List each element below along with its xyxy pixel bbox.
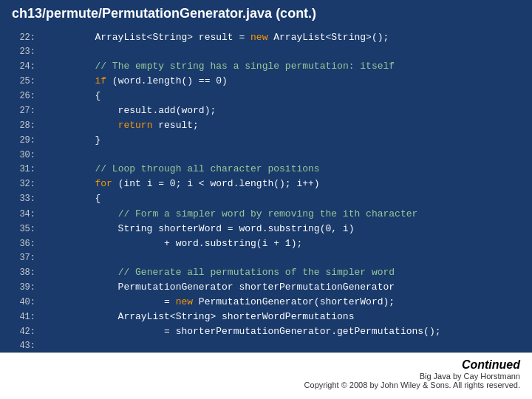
line-number: 36: [12,237,35,251]
code-line: 22: ArrayList<String> result = new Array… [12,30,520,45]
line-code: ArrayList<String> shorterWordPermutation… [49,310,354,324]
code-line: 29: } [12,133,520,148]
line-code: String shorterWord = word.substring(0, i… [49,222,354,236]
code-line: 31: // Loop through all character positi… [12,162,520,177]
code-line: 42: = shorterPermutationGenerator.getPer… [12,324,520,339]
code-line: 26: { [12,89,520,103]
line-number: 24: [12,60,35,74]
line-number: 31: [12,163,35,177]
code-line: 36: + word.substring(i + 1); [12,236,520,251]
line-number: 30: [12,149,35,163]
line-number: 27: [12,104,35,118]
code-line: 30: [12,149,520,163]
code-line: 41: ArrayList<String> shorterWordPermuta… [12,310,520,324]
line-code: // Form a simpler word by removing the i… [49,207,417,222]
header: ch13/permute/PermutationGenerator.java (… [0,0,532,27]
line-code: result.add(word); [49,103,216,118]
code-content: 22: ArrayList<String> result = new Array… [0,27,532,352]
line-number: 37: [12,251,35,265]
code-line: 34: // Form a simpler word by removing t… [12,207,520,222]
line-number: 38: [12,266,35,280]
code-line: 25: if (word.length() == 0) [12,74,520,89]
code-block: 22: ArrayList<String> result = new Array… [12,30,520,353]
big-java-label: Big Java by Cay Horstmann [420,372,520,381]
line-code: ArrayList<String> result = new ArrayList… [49,30,389,45]
code-line: 24: // The empty string has a single per… [12,59,520,74]
line-number: 32: [12,177,35,191]
line-number: 25: [12,75,35,89]
line-number: 35: [12,222,35,236]
page-title: ch13/permute/PermutationGenerator.java (… [12,6,316,21]
line-number: 28: [12,119,35,133]
line-code: return result; [49,118,199,133]
code-line: 33: { [12,191,520,206]
code-line: 40: = new PermutationGenerator(shorterWo… [12,295,520,310]
line-number: 34: [12,208,35,222]
line-code: { [49,89,100,103]
line-code: + word.substring(i + 1); [49,236,302,251]
line-number: 39: [12,281,35,295]
line-code: { [49,191,100,206]
code-line: 43: [12,339,520,353]
code-line: 38: // Generate all permutations of the … [12,265,520,280]
code-line: 32: for (int i = 0; i < word.length(); i… [12,177,520,191]
line-number: 29: [12,134,35,148]
line-number: 42: [12,325,35,339]
line-code: if (word.length() == 0) [49,74,228,89]
code-line: 23: [12,45,520,59]
line-code: // Generate all permutations of the simp… [49,265,395,280]
code-line: 39: PermutationGenerator shorterPermutat… [12,280,520,295]
line-number: 43: [12,339,35,353]
continued-label: Continued [462,358,520,372]
line-code: = shorterPermutationGenerator.getPermuta… [49,324,441,339]
copyright-label: Copyright © 2008 by John Wiley & Sons. A… [304,381,520,389]
line-code: } [49,133,100,148]
line-code: // Loop through all character positions [49,162,320,177]
line-number: 41: [12,310,35,324]
line-number: 23: [12,45,35,59]
footer: Continued Big Java by Cay Horstmann Copy… [0,352,532,391]
line-code: PermutationGenerator shorterPermutationG… [49,280,395,295]
line-number: 33: [12,192,35,206]
code-line: 27: result.add(word); [12,103,520,118]
line-code: = new PermutationGenerator(shorterWord); [49,295,395,310]
line-number: 26: [12,89,35,103]
line-number: 22: [12,31,35,45]
line-code: for (int i = 0; i < word.length(); i++) [49,177,320,191]
code-line: 35: String shorterWord = word.substring(… [12,222,520,236]
line-code: // The empty string has a single permuta… [49,59,395,74]
code-line: 28: return result; [12,118,520,133]
line-number: 40: [12,296,35,310]
code-line: 37: [12,251,520,265]
